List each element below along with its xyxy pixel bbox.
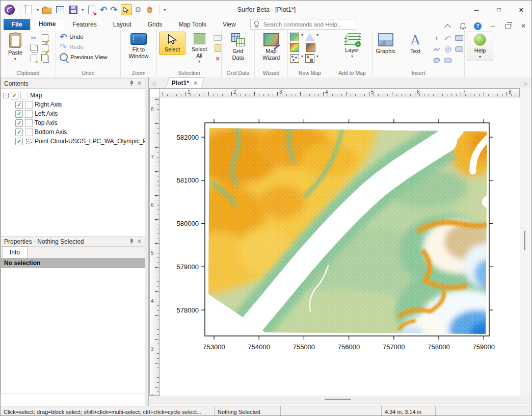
copy-icon[interactable] (29, 44, 38, 53)
grid-data-button[interactable]: Grid Data (225, 32, 251, 62)
tree-item-left-axis[interactable]: ✓ Left Axis (3, 109, 145, 118)
qat-more-icon[interactable]: ▾ (164, 8, 166, 12)
paste-special-icon[interactable] (40, 44, 49, 53)
save-dropdown-icon[interactable]: ▾ (82, 8, 84, 12)
bell-icon[interactable] (459, 22, 467, 30)
pin-icon[interactable] (129, 81, 134, 86)
new-document-icon[interactable] (23, 5, 34, 15)
paste-button[interactable]: Paste ▾ (3, 32, 28, 63)
checkbox-checked[interactable]: ✓ (15, 128, 23, 136)
dropdown-icon[interactable]: ▾ (316, 33, 318, 41)
close-document-tab-icon[interactable]: ✕ (193, 80, 198, 87)
document-minimize-icon[interactable]: ─ (489, 22, 497, 30)
tab-view[interactable]: View (215, 19, 244, 30)
dropdown-icon[interactable]: ▾ (301, 33, 303, 41)
export-icon[interactable] (87, 5, 97, 15)
new-worksheet-icon[interactable] (55, 5, 65, 15)
save-icon[interactable] (68, 5, 78, 15)
insert-rectangle-icon[interactable] (455, 34, 464, 42)
vertical-scrollbar[interactable] (520, 88, 532, 396)
checkbox-checked[interactable]: ✓ (15, 138, 23, 145)
fit-to-window-button[interactable]: Fit to Window (126, 32, 151, 61)
map-wizard-button[interactable]: Map Wizard (258, 32, 284, 62)
pan-hand-icon[interactable] (145, 5, 155, 15)
help-icon[interactable]: ? (474, 22, 482, 30)
help-button[interactable]: Help ▾ (467, 32, 493, 61)
vertical-ruler[interactable]: 8765432 (149, 97, 160, 396)
checkbox-checked[interactable]: ✓ (15, 110, 23, 118)
tab-home[interactable]: Home (30, 18, 64, 30)
insert-circle-icon[interactable] (443, 45, 453, 54)
new-color-relief-icon[interactable] (290, 43, 299, 52)
tab-scroll-right-icon[interactable]: ▷ (521, 81, 530, 88)
close-icon[interactable]: ✕ (510, 1, 532, 19)
new-3d-surface-icon[interactable] (305, 33, 314, 41)
tab-grids[interactable]: Grids (140, 19, 171, 30)
document-close-icon[interactable]: ✕ (519, 22, 527, 30)
tab-features[interactable]: Features (64, 19, 104, 30)
insert-rounded-rectangle-icon[interactable] (455, 45, 464, 54)
minimize-icon[interactable]: ─ (465, 1, 488, 19)
tab-file[interactable]: File (4, 19, 30, 30)
select-button[interactable]: Select (159, 32, 185, 55)
text-button[interactable]: A Text (403, 32, 428, 56)
insert-point-icon[interactable]: + (432, 34, 441, 42)
tab-info[interactable]: Info (2, 246, 28, 258)
deselect-all-icon[interactable]: × (213, 54, 222, 63)
undo-icon[interactable]: ↶ (100, 6, 107, 14)
new-post-map-icon[interactable] (290, 54, 299, 63)
previous-view-button[interactable]: Previous View (58, 52, 109, 62)
layer-button[interactable]: Layer ▾ (339, 32, 365, 60)
dropdown-icon[interactable]: ▾ (316, 54, 318, 63)
checkbox-checked[interactable]: ✓ (15, 119, 23, 127)
help-dropdown-icon[interactable]: ▾ (479, 55, 481, 59)
tree-item-point-cloud[interactable]: ✓ Point Cloud-USGS_LPC_WA_Olympic_P (3, 137, 145, 146)
checkbox-checked[interactable]: ✓ (15, 101, 23, 109)
redo-button[interactable]: ↷Redo (58, 42, 85, 52)
tree-item-map[interactable]: − ✓ Map (3, 91, 145, 100)
insert-ellipse-icon[interactable] (443, 56, 453, 65)
insert-polygon-icon[interactable] (432, 56, 441, 65)
options-gear-icon[interactable]: ⚙ (135, 5, 142, 14)
collapse-icon[interactable]: − (3, 93, 9, 98)
tab-scroll-left-icon[interactable]: ◁ (149, 81, 158, 88)
search-input[interactable] (262, 21, 346, 28)
tree-item-bottom-axis[interactable]: ✓ Bottom Axis (3, 127, 145, 137)
tree-item-right-axis[interactable]: ✓ Right Axis (3, 100, 145, 109)
maximize-icon[interactable]: □ (488, 1, 510, 19)
duplicate-icon[interactable] (29, 54, 38, 63)
plot-canvas[interactable]: 7530007540007550007560007570007580007590… (160, 97, 520, 396)
vertical-scrollbar-thumb[interactable] (524, 231, 525, 250)
tree-item-top-axis[interactable]: ✓ Top Axis (3, 118, 145, 127)
horizontal-scrollbar[interactable] (149, 396, 532, 404)
paste-dropdown-icon[interactable]: ▾ (14, 57, 16, 61)
cut-icon[interactable]: ✂ (29, 34, 38, 42)
select-all-dropdown-icon[interactable]: ▾ (198, 59, 200, 64)
layer-dropdown-icon[interactable]: ▾ (351, 54, 353, 59)
insert-polyline-icon[interactable] (432, 45, 441, 54)
collapse-ribbon-icon[interactable] (443, 22, 451, 30)
horizontal-scrollbar-thumb[interactable] (325, 399, 351, 400)
new-document-dropdown-icon[interactable]: ▾ (37, 8, 39, 12)
select-all-button[interactable]: Select All ▾ (187, 32, 212, 65)
graphic-button[interactable]: Graphic (373, 32, 398, 56)
tab-map-tools[interactable]: Map Tools (170, 19, 214, 30)
horizontal-ruler[interactable]: 12345678 (160, 88, 520, 97)
document-restore-icon[interactable] (504, 22, 512, 30)
checkbox-checked[interactable]: ✓ (11, 92, 18, 99)
select-tool-icon[interactable] (121, 4, 132, 15)
block-select-icon[interactable] (213, 34, 222, 42)
new-grid-map-icon[interactable] (306, 43, 315, 52)
undo-button[interactable]: ↶Undo (58, 32, 85, 42)
redo-icon[interactable]: ↷ (110, 6, 117, 14)
command-search[interactable] (250, 19, 356, 30)
insert-spline-icon[interactable] (443, 34, 453, 42)
open-file-icon[interactable] (42, 5, 52, 15)
dropdown-icon[interactable]: ▾ (301, 54, 303, 63)
pin-icon[interactable] (129, 239, 134, 244)
close-panel-icon[interactable]: ✕ (137, 80, 142, 87)
tab-layout[interactable]: Layout (105, 19, 140, 30)
copy-format-icon[interactable] (40, 34, 49, 42)
select-by-rectangle-icon[interactable] (213, 44, 222, 53)
new-contour-map-icon[interactable] (290, 33, 299, 41)
